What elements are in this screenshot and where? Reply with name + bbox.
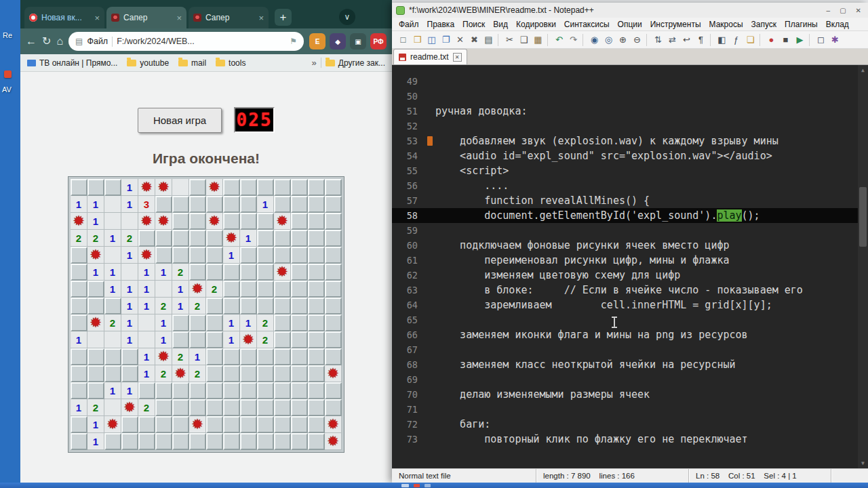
board-cell-unrevealed[interactable] bbox=[257, 433, 274, 450]
board-cell-unrevealed[interactable] bbox=[104, 365, 121, 382]
board-cell-unrevealed[interactable] bbox=[71, 298, 87, 314]
board-cell-unrevealed[interactable] bbox=[325, 314, 342, 331]
board-cell-unrevealed[interactable] bbox=[138, 416, 155, 433]
board-cell-unrevealed[interactable] bbox=[325, 196, 342, 213]
cut-icon[interactable]: ✂ bbox=[502, 33, 517, 47]
board-cell-unrevealed[interactable] bbox=[274, 281, 291, 298]
scroll-up-arrow[interactable]: ▲ bbox=[858, 65, 868, 75]
copy-icon[interactable]: ❑ bbox=[517, 33, 531, 47]
board-cell-unrevealed[interactable] bbox=[308, 433, 325, 450]
bookmark-item[interactable]: youtube bbox=[127, 58, 169, 68]
board-cell-unrevealed[interactable] bbox=[308, 331, 325, 348]
board-cell-unrevealed[interactable] bbox=[172, 230, 189, 247]
board-cell-unrevealed[interactable] bbox=[291, 399, 308, 416]
board-cell-unrevealed[interactable] bbox=[240, 281, 257, 298]
save-icon[interactable]: ◫ bbox=[425, 33, 439, 47]
board-cell-unrevealed[interactable] bbox=[71, 247, 87, 264]
close-all-icon[interactable]: ✖ bbox=[467, 33, 481, 47]
board-cell-unrevealed[interactable] bbox=[172, 433, 189, 450]
bookmark-item[interactable]: mail bbox=[178, 58, 206, 68]
board-cell-unrevealed[interactable] bbox=[155, 247, 172, 264]
board-cell-unrevealed[interactable] bbox=[71, 382, 87, 399]
find-icon[interactable]: ◉ bbox=[587, 33, 601, 47]
board-cell-unrevealed[interactable] bbox=[155, 433, 172, 450]
board-cell-unrevealed[interactable] bbox=[325, 348, 342, 365]
taskbar[interactable] bbox=[0, 483, 868, 488]
board-cell-unrevealed[interactable] bbox=[274, 314, 291, 331]
bookmarks-overflow-button[interactable]: » bbox=[312, 58, 317, 68]
board-cell-unrevealed[interactable] bbox=[223, 399, 240, 416]
board-cell-unrevealed[interactable] bbox=[71, 179, 87, 196]
board-cell-unrevealed[interactable] bbox=[87, 348, 104, 365]
board-cell-unrevealed[interactable] bbox=[240, 348, 257, 365]
menu-item[interactable]: Синтаксисы bbox=[560, 18, 614, 30]
board-cell-unrevealed[interactable] bbox=[274, 230, 291, 247]
board-cell-unrevealed[interactable] bbox=[257, 247, 274, 264]
board-cell-unrevealed[interactable] bbox=[189, 230, 206, 247]
board-cell-unrevealed[interactable] bbox=[223, 281, 240, 298]
board-cell-unrevealed[interactable] bbox=[240, 196, 257, 213]
other-bookmarks-button[interactable]: Другие зак... bbox=[326, 58, 385, 68]
board-cell-unrevealed[interactable] bbox=[291, 348, 308, 365]
board-cell-unrevealed[interactable] bbox=[240, 399, 257, 416]
editor-scrollbar[interactable]: ▲ ▼ bbox=[858, 65, 868, 468]
editor[interactable]: 495051ручная доводка:5253 добавляем звук… bbox=[392, 65, 868, 468]
board-cell-unrevealed[interactable] bbox=[274, 179, 291, 196]
board-cell-unrevealed[interactable] bbox=[308, 264, 325, 281]
word-wrap-icon[interactable]: ↩ bbox=[679, 33, 694, 47]
board-cell-unrevealed[interactable] bbox=[257, 365, 274, 382]
region-rf-badge[interactable]: РФ bbox=[370, 33, 387, 49]
board-cell-unrevealed[interactable] bbox=[189, 213, 206, 230]
taskbar-item[interactable] bbox=[401, 484, 409, 487]
board-cell-unrevealed[interactable] bbox=[274, 365, 291, 382]
board-cell-unrevealed[interactable] bbox=[291, 331, 308, 348]
menu-item[interactable]: Макросы bbox=[705, 18, 747, 30]
back-icon[interactable]: ← bbox=[26, 36, 37, 47]
board-cell-unrevealed[interactable] bbox=[325, 382, 342, 399]
board-cell-unrevealed[interactable] bbox=[87, 365, 104, 382]
board-cell-unrevealed[interactable] bbox=[223, 264, 240, 281]
board-cell-unrevealed[interactable] bbox=[206, 365, 223, 382]
document-tab[interactable]: readme.txt ✕ bbox=[393, 49, 467, 64]
board-cell-unrevealed[interactable] bbox=[325, 281, 342, 298]
function-list-icon[interactable]: ƒ bbox=[729, 33, 743, 47]
board-cell-unrevealed[interactable] bbox=[172, 416, 189, 433]
board-cell-unrevealed[interactable] bbox=[291, 230, 308, 247]
board-cell-unrevealed[interactable] bbox=[274, 247, 291, 264]
extension-dark-badge[interactable]: ◆ bbox=[330, 33, 346, 49]
board-cell-unrevealed[interactable] bbox=[257, 416, 274, 433]
desktop-icon[interactable] bbox=[4, 70, 12, 78]
browser-tab[interactable]: Сапер× bbox=[106, 7, 186, 28]
taskbar-item[interactable] bbox=[414, 484, 420, 487]
board-cell-unrevealed[interactable] bbox=[121, 416, 138, 433]
bookmark-item[interactable]: ТВ онлайн | Прямо... bbox=[27, 58, 117, 68]
folder-workspace-icon[interactable]: ❏ bbox=[743, 33, 757, 47]
board-cell-unrevealed[interactable] bbox=[206, 399, 223, 416]
board-cell-unrevealed[interactable] bbox=[223, 433, 240, 450]
board-cell-unrevealed[interactable] bbox=[138, 382, 155, 399]
menu-item[interactable]: Поиск bbox=[458, 18, 489, 30]
board-cell-unrevealed[interactable] bbox=[71, 433, 87, 450]
menu-item[interactable]: Кодировки bbox=[512, 18, 560, 30]
browser-tab[interactable]: Новая вк...× bbox=[24, 7, 104, 28]
board-cell-unrevealed[interactable] bbox=[223, 348, 240, 365]
board-cell-unrevealed[interactable] bbox=[138, 230, 155, 247]
board-cell-unrevealed[interactable] bbox=[325, 213, 342, 230]
flag-icon[interactable]: ⚑ bbox=[290, 37, 297, 46]
board-cell-unrevealed[interactable] bbox=[155, 416, 172, 433]
board-cell-unrevealed[interactable] bbox=[172, 247, 189, 264]
board-cell-unrevealed[interactable] bbox=[240, 382, 257, 399]
board-cell-unrevealed[interactable] bbox=[291, 196, 308, 213]
board-cell-unrevealed[interactable] bbox=[274, 416, 291, 433]
special-fx-icon[interactable]: ✱ bbox=[828, 33, 842, 47]
tab-close-icon[interactable]: × bbox=[176, 14, 182, 22]
menu-item[interactable]: Запуск bbox=[747, 18, 781, 30]
board-cell-unrevealed[interactable] bbox=[121, 365, 138, 382]
board-cell-unrevealed[interactable] bbox=[71, 314, 87, 331]
board-cell-unrevealed[interactable] bbox=[308, 196, 325, 213]
board-cell-unrevealed[interactable] bbox=[189, 314, 206, 331]
board-cell-unrevealed[interactable] bbox=[121, 433, 138, 450]
board-cell-unrevealed[interactable] bbox=[308, 179, 325, 196]
board-cell-unrevealed[interactable] bbox=[189, 331, 206, 348]
home-icon[interactable]: ⌂ bbox=[56, 36, 63, 47]
